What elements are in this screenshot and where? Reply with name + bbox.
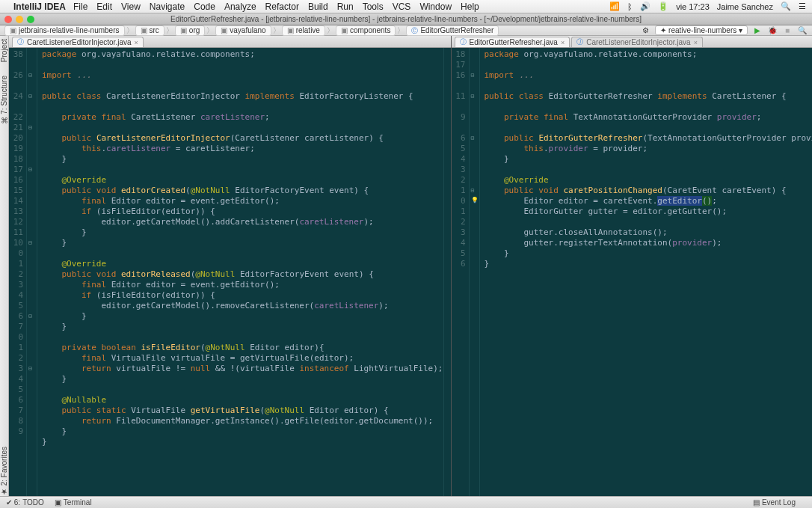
menu-help[interactable]: Help: [461, 1, 479, 12]
module-icon: ▣: [10, 26, 16, 35]
run-icon[interactable]: ▶: [752, 25, 763, 36]
package-icon: ▣: [180, 26, 187, 35]
menu-edit[interactable]: Edit: [96, 1, 112, 12]
breadcrumb-src[interactable]: ▣src: [135, 25, 164, 36]
fold-icon[interactable]: ⊟: [471, 91, 475, 102]
package-icon: ▣: [221, 26, 227, 35]
fold-icon[interactable]: ⊟: [471, 70, 475, 81]
fold-icon[interactable]: ⊟: [28, 70, 32, 81]
spotlight-icon[interactable]: 🔍: [781, 1, 791, 11]
user-name[interactable]: Jaime Sanchez: [717, 2, 773, 11]
tool-structure[interactable]: ⌘ 7: Structure: [0, 76, 8, 124]
code-area-left[interactable]: 38 26 24 2221201918171615141312111001234…: [9, 48, 451, 496]
menu-run[interactable]: Run: [337, 1, 354, 12]
fold-icon[interactable]: ⊟: [471, 186, 475, 196]
fold-icon[interactable]: ⊟: [471, 133, 475, 144]
line-numbers-left: 38 26 24 2221201918171615141312111001234…: [9, 48, 27, 496]
wifi-icon[interactable]: 📶: [609, 1, 620, 11]
menu-build[interactable]: Build: [308, 1, 328, 12]
line-numbers-right: 181716 11 9 6543210123456: [452, 48, 470, 496]
tab-caretlistener-2[interactable]: ⒿCaretListenerEditorInjector.java×: [571, 37, 703, 47]
error-stripe-left[interactable]: [443, 48, 451, 496]
search-icon[interactable]: 🔍: [797, 25, 808, 36]
fold-icon[interactable]: ⊟: [28, 238, 32, 248]
tab-editorgutter[interactable]: ⒿEditorGutterRefresher.java×: [455, 37, 570, 47]
fold-column-right[interactable]: ⊟ ⊟ ⊟ ⊟ 💡: [470, 48, 480, 496]
fold-icon[interactable]: ⊟: [28, 311, 32, 322]
bluetooth-icon[interactable]: ᛒ: [627, 2, 633, 11]
tabs-left: ⒿCaretListenerEditorInjector.java×: [9, 36, 451, 48]
window-title: EditorGutterRefresher.java - [jetbrains-…: [170, 15, 642, 23]
package-icon: ▣: [341, 26, 348, 35]
editor-pane-left: ⒿCaretListenerEditorInjector.java× 38 26…: [9, 36, 451, 496]
menu-file[interactable]: File: [73, 1, 87, 12]
navigation-bar: ▣jetbrains-relative-line-numbers〉 ▣src〉 …: [0, 25, 812, 36]
breadcrumb: ▣jetbrains-relative-line-numbers〉 ▣src〉 …: [4, 25, 499, 36]
class-icon: Ⓒ: [411, 26, 418, 35]
notifications-icon[interactable]: ☰: [799, 1, 806, 11]
java-icon: Ⓙ: [576, 37, 583, 47]
left-tool-strip: Project ⌘ 7: Structure ★ 2: Favorites: [0, 36, 9, 496]
fold-icon[interactable]: ⊟: [28, 91, 32, 102]
maximize-button[interactable]: [27, 16, 34, 23]
tool-terminal[interactable]: ▣ Terminal: [55, 498, 92, 507]
stop-icon[interactable]: ■: [782, 25, 793, 36]
menu-tools[interactable]: Tools: [363, 1, 384, 12]
battery-icon[interactable]: 🔋: [658, 1, 668, 11]
tabs-right: ⒿEditorGutterRefresher.java× ⒿCaretListe…: [452, 36, 813, 48]
bulb-icon[interactable]: 💡: [471, 195, 479, 206]
menu-window[interactable]: Window: [419, 1, 452, 12]
minimize-button[interactable]: [16, 16, 23, 23]
package-icon: ▣: [287, 26, 294, 35]
tab-close-icon[interactable]: ×: [135, 39, 138, 46]
fold-icon[interactable]: ⊟: [28, 364, 32, 374]
editor-pane-right: ⒿEditorGutterRefresher.java× ⒿCaretListe…: [451, 36, 813, 496]
code-right[interactable]: package org.vayafulano.relative.componen…: [480, 48, 813, 496]
macos-menubar: IntelliJ IDEA File Edit View Navigate Co…: [0, 0, 812, 13]
fold-icon[interactable]: ⊟: [28, 123, 32, 133]
bottom-tool-bar: ✔ 6: TODO ▣ Terminal ▤ Event Log: [0, 496, 812, 508]
code-left[interactable]: package org.vayafulano.relative.componen…: [37, 48, 443, 496]
menu-code[interactable]: Code: [194, 1, 215, 12]
traffic-lights: [4, 16, 34, 23]
menu-view[interactable]: View: [121, 1, 141, 12]
tab-caretlistener[interactable]: ⒿCaretListenerEditorInjector.java×: [12, 37, 144, 47]
run-config-select[interactable]: ✦ reative-line-numbers ▾: [655, 25, 748, 35]
fold-column-left[interactable]: ⊟ ⊟ ⊟ ⊟ ⊟ ⊟ ⊟: [27, 48, 37, 496]
breadcrumb-relative[interactable]: ▣relative: [282, 25, 325, 36]
code-area-right[interactable]: 181716 11 9 6543210123456 ⊟ ⊟ ⊟ ⊟ 💡 pack…: [452, 48, 813, 496]
breadcrumb-components[interactable]: ▣components: [336, 25, 396, 36]
menu-analyze[interactable]: Analyze: [224, 1, 256, 12]
tab-close-icon[interactable]: ×: [694, 39, 698, 46]
menu-refactor[interactable]: Refactor: [265, 1, 299, 12]
editor-split: ⒿCaretListenerEditorInjector.java× 38 26…: [9, 36, 812, 496]
tab-close-icon[interactable]: ×: [561, 39, 565, 46]
breadcrumb-org[interactable]: ▣org: [175, 25, 205, 36]
breadcrumb-vayafulano[interactable]: ▣vayafulano: [215, 25, 271, 36]
java-icon: Ⓙ: [17, 37, 24, 47]
make-icon[interactable]: ⚙: [640, 25, 650, 36]
volume-icon[interactable]: 🔊: [640, 1, 650, 11]
main-area: Project ⌘ 7: Structure ★ 2: Favorites ⒿC…: [0, 36, 812, 496]
clock[interactable]: vie 17:23: [676, 2, 710, 11]
tool-project[interactable]: Project: [0, 39, 8, 62]
debug-icon[interactable]: 🐞: [767, 25, 778, 36]
app-name[interactable]: IntelliJ IDEA: [13, 1, 66, 12]
folder-icon: ▣: [141, 26, 147, 35]
menu-vcs[interactable]: VCS: [393, 1, 411, 12]
breadcrumb-class[interactable]: ⒸEditorGutterRefresher: [406, 25, 499, 36]
menu-navigate[interactable]: Navigate: [150, 1, 185, 12]
java-icon: Ⓙ: [460, 37, 467, 47]
tool-todo[interactable]: ✔ 6: TODO: [6, 498, 44, 507]
breadcrumb-project[interactable]: ▣jetbrains-relative-line-numbers: [4, 25, 125, 36]
tool-favorites[interactable]: ★ 2: Favorites: [0, 447, 8, 496]
fold-icon[interactable]: ⊟: [28, 165, 32, 175]
window-titlebar: EditorGutterRefresher.java - [jetbrains-…: [0, 13, 812, 25]
close-button[interactable]: [4, 16, 12, 23]
tool-event-log[interactable]: ▤ Event Log: [753, 498, 796, 507]
